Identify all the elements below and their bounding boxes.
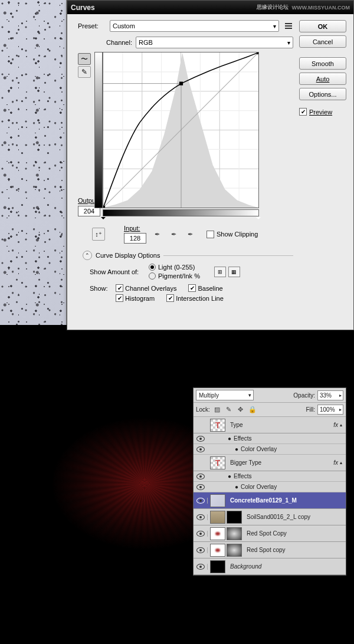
layer-thumb[interactable]	[210, 544, 225, 557]
layer-row-concrete[interactable]: ConcreteBare0129_1_M	[194, 492, 346, 509]
show-clipping-checkbox[interactable]	[206, 231, 214, 238]
canvas-red-radial	[0, 389, 206, 578]
visibility-toggle[interactable]	[194, 547, 208, 553]
layer-thumb[interactable]	[210, 511, 225, 524]
layers-panel: Multiply Opacity: 33% Lock: ▨ ✎ ✥ 🔒 Fill…	[193, 387, 346, 576]
layer-thumb[interactable]	[210, 494, 225, 507]
layer-row-type[interactable]: T Type fx▴	[194, 417, 346, 433]
white-slider[interactable]	[256, 217, 261, 222]
eyedropper-black-icon[interactable]: ✒	[151, 228, 163, 240]
layer-thumb[interactable]: T	[210, 419, 225, 432]
title-bar[interactable]: Curves 思缘设计论坛 WWW.MISSYUAN.COM	[67, 1, 353, 14]
eyedropper-white-icon[interactable]: ✒	[184, 228, 196, 240]
curve-tool-pencil[interactable]: ✎	[78, 66, 91, 78]
layer-name[interactable]: Red Spot copy	[244, 547, 346, 553]
preset-select[interactable]: Custom	[110, 20, 279, 32]
curve-grid[interactable]	[103, 52, 259, 208]
mask-thumb[interactable]	[227, 544, 242, 557]
input-label: Input:	[124, 225, 140, 232]
auto-button[interactable]: Auto	[299, 73, 346, 85]
layer-thumb[interactable]: T	[210, 456, 225, 469]
smooth-button[interactable]: Smooth	[299, 57, 346, 70]
visibility-toggle[interactable]	[194, 531, 208, 537]
show-clipping-label: Show Clipping	[217, 231, 258, 238]
opacity-field[interactable]: 33%	[317, 390, 343, 400]
lock-position-icon[interactable]: ✥	[236, 405, 245, 415]
fill-label: Fill:	[306, 406, 315, 413]
show-label: Show:	[90, 285, 113, 292]
grid-size-large-icon[interactable]: ▦	[228, 267, 240, 277]
scrubby-tool[interactable]: ↕⁺	[92, 228, 105, 241]
baseline-checkbox[interactable]	[188, 284, 196, 292]
blend-mode-select[interactable]: Multiply	[196, 390, 254, 400]
histogram-checkbox[interactable]	[116, 294, 123, 302]
fx-indicator[interactable]: fx▴	[333, 459, 346, 466]
layer-row-bigger-type[interactable]: T Bigger Type fx▴	[194, 455, 346, 471]
mask-thumb[interactable]	[227, 527, 242, 540]
preview-checkbox[interactable]	[299, 108, 307, 116]
lock-pixels-icon[interactable]: ✎	[224, 405, 234, 415]
pigment-radio[interactable]	[149, 272, 156, 280]
collapse-options-icon[interactable]: ⌃	[83, 251, 92, 260]
preset-label: Preset:	[78, 22, 106, 29]
control-point[interactable]	[179, 82, 183, 86]
layer-list: T Type fx▴ ●Effects ●Color Overlay T Big…	[194, 417, 346, 575]
layer-thumb[interactable]	[210, 560, 225, 573]
ok-button[interactable]: OK	[299, 20, 346, 32]
eye-icon	[196, 564, 205, 570]
layer-thumb[interactable]	[210, 527, 225, 540]
effects-row[interactable]: ●Effects	[194, 433, 346, 444]
watermark-1: 思缘设计论坛	[257, 4, 289, 11]
preview-label: Preview	[309, 109, 332, 116]
visibility-toggle[interactable]	[194, 514, 208, 520]
black-slider[interactable]	[101, 217, 106, 222]
color-overlay-row[interactable]: ●Color Overlay	[194, 482, 346, 492]
eye-icon[interactable]	[196, 446, 205, 452]
vertical-gradient	[94, 52, 103, 208]
lock-transparency-icon[interactable]: ▨	[212, 405, 222, 415]
show-amount-label: Show Amount of:	[90, 268, 144, 275]
layer-name[interactable]: SoilSand0016_2_L copy	[244, 514, 346, 520]
separator	[163, 255, 293, 256]
layer-row-background[interactable]: Background	[194, 558, 346, 575]
eyedropper-gray-icon[interactable]: ✒	[168, 228, 179, 240]
intersection-checkbox[interactable]	[166, 294, 174, 302]
layer-name[interactable]: Background	[228, 563, 346, 570]
output-label: Output:	[78, 197, 92, 204]
svg-rect-17	[257, 52, 258, 54]
eye-icon	[196, 547, 205, 553]
svg-rect-16	[103, 206, 105, 208]
options-button[interactable]: Options...	[299, 88, 346, 100]
color-overlay-row[interactable]: ●Color Overlay	[194, 444, 346, 455]
visibility-toggle[interactable]	[194, 564, 208, 570]
eye-icon[interactable]	[196, 474, 205, 479]
layer-name[interactable]: Red Spot Copy	[244, 530, 346, 537]
layer-row-soilsand[interactable]: SoilSand0016_2_L copy	[194, 509, 346, 525]
eye-icon	[196, 531, 205, 537]
opacity-label: Opacity:	[293, 392, 315, 399]
layer-row-redspot1[interactable]: Red Spot Copy	[194, 525, 346, 542]
layer-name[interactable]: Type	[228, 422, 333, 428]
preset-menu-icon[interactable]	[283, 22, 293, 30]
mask-thumb[interactable]	[227, 511, 242, 524]
channel-overlays-checkbox[interactable]	[116, 284, 123, 292]
grid-size-small-icon[interactable]: ⊞	[214, 267, 226, 277]
lock-all-icon[interactable]: 🔒	[248, 405, 257, 415]
fill-field[interactable]: 100%	[317, 405, 343, 415]
fx-indicator[interactable]: fx▴	[333, 422, 346, 428]
layer-row-redspot2[interactable]: Red Spot copy	[194, 542, 346, 558]
eye-icon[interactable]	[196, 484, 205, 490]
horizontal-gradient[interactable]	[103, 209, 259, 216]
input-field[interactable]: 128	[124, 233, 146, 244]
layer-name[interactable]: ConcreteBare0129_1_M	[228, 497, 346, 504]
eye-icon[interactable]	[196, 436, 205, 442]
cancel-button[interactable]: Cancel	[299, 35, 346, 48]
channel-select[interactable]: RGB	[136, 37, 293, 48]
lock-label: Lock:	[196, 406, 210, 413]
layer-name[interactable]: Bigger Type	[228, 459, 333, 466]
channel-label: Channel:	[101, 39, 132, 46]
light-radio[interactable]	[149, 264, 156, 271]
curve-tool-spline[interactable]: 〜	[78, 53, 91, 65]
visibility-toggle[interactable]	[194, 498, 208, 504]
effects-row[interactable]: ●Effects	[194, 471, 346, 482]
